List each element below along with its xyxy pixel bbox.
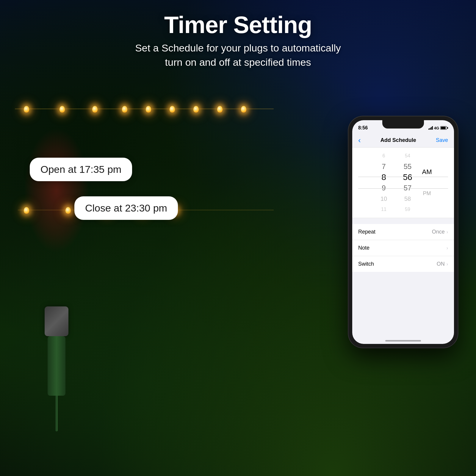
signal-bars-icon (428, 126, 433, 130)
menu-switch-value: ON › (437, 261, 448, 267)
phone-screen: 8:56 4G (352, 120, 454, 344)
home-indicator (385, 340, 421, 342)
picker-pm[interactable]: PM (423, 188, 431, 199)
menu-repeat-value: Once › (432, 229, 448, 235)
nav-title: Add Schedule (381, 137, 416, 143)
battery-icon (440, 126, 448, 130)
picker-hour-9[interactable]: 9 (372, 183, 396, 193)
picker-hours[interactable]: 6 7 8 9 10 11 (372, 151, 396, 215)
picker-hour-10[interactable]: 10 (372, 193, 396, 204)
menu-note-chevron-icon: › (447, 245, 448, 251)
picker-min-58[interactable]: 58 (396, 193, 419, 204)
picker-hour-8[interactable]: 8 (372, 172, 396, 183)
phone-notch (382, 120, 424, 129)
picker-minutes[interactable]: 54 55 56 57 58 59 (396, 151, 419, 215)
page-title: Timer Setting (0, 12, 476, 38)
picker-ampm[interactable]: AM PM (419, 167, 434, 199)
menu-section: Repeat Once › Note › Switch ON (352, 224, 454, 272)
menu-repeat-label: Repeat (358, 229, 375, 235)
bubble-close: Close at 23:30 pm (74, 196, 178, 220)
picker-hour-11[interactable]: 11 (372, 204, 396, 215)
menu-repeat-chevron-icon: › (447, 229, 448, 235)
header: Timer Setting Set a Schedule for your pl… (0, 12, 476, 69)
picker-min-55[interactable]: 55 (396, 161, 419, 172)
picker-hour-6[interactable]: 6 (372, 151, 396, 161)
menu-repeat-text: Once (432, 229, 445, 235)
glow-tree (24, 128, 89, 253)
picker-min-56[interactable]: 56 (396, 172, 419, 183)
picker-hour-7[interactable]: 7 (372, 161, 396, 172)
bubble-open: Open at 17:35 pm (30, 158, 132, 181)
menu-note-label: Note (358, 245, 369, 251)
status-icons: 4G (428, 126, 448, 130)
menu-item-switch[interactable]: Switch ON › (352, 256, 454, 272)
stake-device (45, 306, 68, 431)
time-picker[interactable]: 6 7 8 9 10 11 54 55 56 57 58 59 (352, 148, 454, 218)
nav-back-button[interactable]: ‹ (358, 136, 361, 145)
menu-item-note[interactable]: Note › (352, 240, 454, 256)
menu-note-value: › (447, 245, 448, 251)
stake-body (48, 336, 65, 396)
page-subtitle: Set a Schedule for your plugs to automat… (0, 41, 476, 69)
menu-switch-chevron-icon: › (447, 262, 448, 267)
status-time: 8:56 (358, 125, 368, 131)
menu-item-repeat[interactable]: Repeat Once › (352, 224, 454, 240)
phone: 8:56 4G (348, 116, 458, 348)
stake-spike (55, 396, 58, 431)
bubble-close-text: Close at 23:30 pm (85, 202, 167, 214)
phone-wrapper: 8:56 4G (348, 116, 458, 348)
picker-min-54[interactable]: 54 (396, 151, 419, 161)
nav-save-button[interactable]: Save (436, 137, 448, 143)
menu-switch-text: ON (437, 261, 445, 267)
picker-am[interactable]: AM (422, 167, 432, 177)
stake-head (45, 306, 68, 336)
nav-bar[interactable]: ‹ Add Schedule Save (352, 133, 454, 148)
bubble-open-text: Open at 17:35 pm (40, 164, 121, 175)
network-type: 4G (434, 126, 439, 130)
picker-min-59[interactable]: 59 (396, 204, 419, 215)
menu-switch-label: Switch (358, 261, 374, 267)
picker-min-57[interactable]: 57 (396, 183, 419, 193)
